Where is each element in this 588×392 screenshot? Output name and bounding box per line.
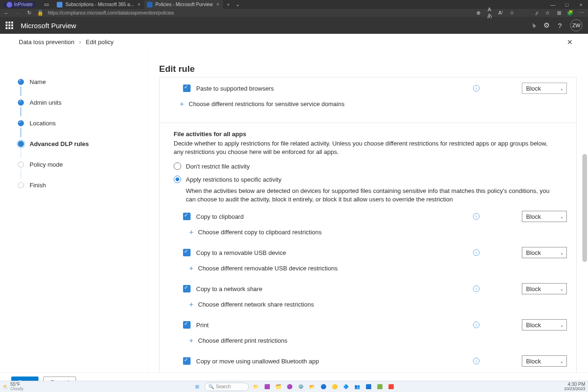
sublink-network[interactable]: Choose different network share restricti…: [198, 301, 314, 308]
start-icon[interactable]: ⊞: [193, 383, 201, 391]
taskbar-app-icon[interactable]: 📂: [308, 383, 316, 391]
tab-overview-icon[interactable]: ▭: [43, 1, 50, 8]
info-icon[interactable]: i: [473, 249, 480, 256]
scrollbar-thumb[interactable]: [582, 154, 587, 262]
browser-address-row: ← → ↻ 🔒 https://compliance.microsoft.com…: [0, 9, 588, 17]
app-header: Microsoft Purview ঌ ⚙ ? ZW: [0, 17, 588, 34]
system-clock[interactable]: 4:30 PM 10/23/2023: [564, 382, 585, 391]
step-name[interactable]: Name: [18, 71, 147, 92]
checkbox-copy-network[interactable]: [183, 285, 191, 292]
taskbar-search[interactable]: 🔍 Search: [204, 383, 249, 391]
step-advanced-dlp-rules[interactable]: Advanced DLP rules: [18, 133, 147, 154]
window-close[interactable]: ×: [574, 2, 588, 8]
more-icon[interactable]: ⋯: [578, 10, 585, 16]
activity-label: Print: [196, 322, 209, 329]
action-select-copy-clipboard[interactable]: Block⌄: [522, 211, 567, 222]
checkbox-paste-browsers[interactable]: [183, 85, 191, 92]
plus-icon: ＋: [188, 338, 194, 344]
sublink-clipboard[interactable]: Choose different copy to clipboard restr…: [198, 229, 322, 236]
panel-close-button[interactable]: ✕: [567, 38, 573, 46]
info-icon[interactable]: i: [473, 285, 480, 292]
taskbar-app-icon[interactable]: 🟦: [364, 383, 373, 391]
radio-description: When the activities below are detected o…: [174, 185, 567, 208]
favorites-bar-icon[interactable]: ☆: [544, 10, 551, 16]
browser-tab-row: InPrivate ▭ Subscriptions - Microsoft 36…: [0, 0, 588, 9]
info-icon[interactable]: i: [473, 213, 480, 220]
info-icon[interactable]: i: [473, 322, 480, 328]
sublink-usb[interactable]: Choose different removable USB device re…: [198, 265, 337, 272]
new-tab-button[interactable]: ＋: [223, 1, 234, 8]
weather-widget[interactable]: 55°F Cloudy: [10, 382, 23, 391]
chevron-down-icon[interactable]: ⌄: [234, 1, 241, 8]
radio-dont-restrict[interactable]: [174, 162, 181, 170]
taskbar-app-icon[interactable]: 👥: [353, 383, 361, 391]
sublink-print[interactable]: Choose different print restrictions: [198, 337, 288, 344]
taskbar-app-icon[interactable]: 🟩: [375, 383, 384, 391]
browser-tab[interactable]: Subscriptions - Microsoft 365 a... ×: [54, 0, 144, 9]
taskbar-app-icon[interactable]: 🔷: [342, 383, 350, 391]
step-finish[interactable]: Finish: [18, 175, 147, 195]
checkbox-print[interactable]: [183, 321, 191, 329]
collections-icon[interactable]: ⊞: [555, 10, 563, 16]
action-select-print[interactable]: Block⌄: [522, 319, 567, 331]
zoom-icon[interactable]: ⊕: [474, 10, 482, 16]
activity-label: Paste to supported browsers: [196, 85, 274, 92]
app-title: Microsoft Purview: [21, 22, 76, 30]
breadcrumb: Data loss prevention › Edit policy: [19, 38, 114, 46]
taskbar-app-icon[interactable]: 🔵: [319, 383, 328, 391]
gear-icon[interactable]: ⚙: [543, 21, 550, 30]
window-maximize[interactable]: □: [560, 2, 574, 8]
main-area: Name Admin units Locations Advanced DLP …: [0, 51, 588, 392]
taskbar-app-icon[interactable]: 🟡: [330, 383, 339, 391]
tab-favicon: [147, 2, 153, 8]
browser-tab-active[interactable]: Policies - Microsoft Purview ×: [144, 0, 223, 9]
taskbar-app-icon[interactable]: 🟪: [263, 383, 271, 391]
avatar[interactable]: ZW: [570, 19, 582, 31]
address-url[interactable]: https://compliance.microsoft.com/datalos…: [48, 10, 174, 15]
app-launcher-icon[interactable]: [6, 22, 13, 29]
help-icon[interactable]: ?: [558, 22, 562, 30]
tab-title: Subscriptions - Microsoft 365 a...: [65, 2, 134, 7]
back-icon[interactable]: ←: [3, 10, 10, 16]
info-icon[interactable]: i: [473, 85, 480, 92]
activity-label: Copy to a removable USB device: [196, 249, 286, 256]
chevron-down-icon: ⌄: [560, 323, 564, 328]
lock-icon[interactable]: 🔒: [37, 10, 44, 16]
action-select-bluetooth[interactable]: Block⌄: [522, 355, 567, 367]
action-select-copy-network[interactable]: Block⌄: [522, 283, 567, 294]
activity-label: Copy to clipboard: [196, 213, 244, 220]
step-locations[interactable]: Locations: [18, 113, 147, 133]
checkbox-copy-usb[interactable]: [183, 249, 191, 256]
tab-favicon: [57, 2, 62, 8]
action-select-paste-browsers[interactable]: Block⌄: [522, 83, 567, 94]
split-icon[interactable]: ⫽: [533, 10, 540, 16]
extensions-icon[interactable]: 🧩: [566, 10, 574, 16]
activity-label: Copy or move using unallowed Bluetooth a…: [196, 358, 319, 365]
taskbar-app-icon[interactable]: 🗂️: [274, 383, 283, 391]
taskbar-app-icon[interactable]: 📁: [252, 383, 260, 391]
refresh-icon[interactable]: ↻: [25, 10, 33, 16]
taskbar-app-icon[interactable]: 🟣: [285, 383, 294, 391]
close-icon[interactable]: ×: [215, 2, 220, 7]
read-aloud-icon[interactable]: A⁾: [497, 10, 504, 16]
chevron-down-icon: ⌄: [560, 214, 564, 219]
sublink-service-domains[interactable]: Choose different restrictions for sensit…: [189, 100, 344, 108]
favorite-icon[interactable]: ☆: [508, 10, 516, 16]
close-icon[interactable]: ×: [137, 2, 141, 7]
activity-label: Copy to a network share: [196, 285, 262, 292]
checkbox-copy-clipboard[interactable]: [183, 213, 191, 220]
step-admin-units[interactable]: Admin units: [18, 92, 147, 113]
plus-icon: ＋: [188, 301, 194, 308]
diagnostics-icon[interactable]: ঌ: [532, 21, 535, 30]
action-select-copy-usb[interactable]: Block⌄: [522, 247, 567, 258]
chevron-down-icon: ⌄: [560, 250, 564, 255]
taskbar-app-icon[interactable]: ⚙️: [297, 383, 305, 391]
checkbox-bluetooth[interactable]: [183, 357, 191, 365]
taskbar-app-icon[interactable]: 🟥: [387, 383, 395, 391]
step-policy-mode[interactable]: Policy mode: [18, 154, 147, 175]
translate-icon[interactable]: Aあ: [486, 7, 493, 19]
window-minimize[interactable]: —: [546, 2, 560, 8]
breadcrumb-item[interactable]: Data loss prevention: [19, 38, 75, 46]
radio-apply-restrictions[interactable]: [174, 176, 181, 183]
info-icon[interactable]: i: [473, 358, 480, 364]
